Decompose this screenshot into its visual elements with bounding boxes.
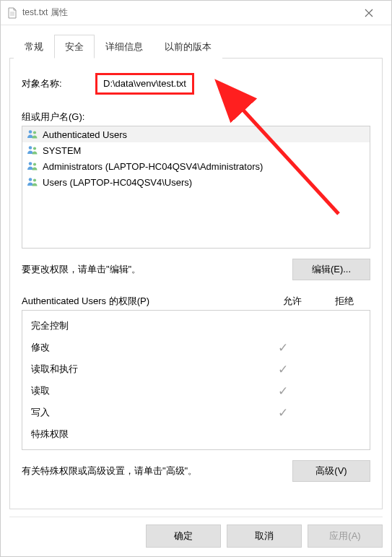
client-area: 常规 安全 详细信息 以前的版本 对象名称: D:\data\venv\test… xyxy=(1,25,391,517)
principal-icon xyxy=(27,129,40,140)
permission-name: 读取和执行 xyxy=(31,363,257,376)
object-name-value: D:\data\venv\test.txt xyxy=(95,73,194,95)
principal-item[interactable]: Users (LAPTOP-HC04QSV4\Users) xyxy=(22,174,370,190)
principal-icon xyxy=(27,176,40,188)
permission-name: 写入 xyxy=(31,406,257,419)
permission-name: 修改 xyxy=(31,341,257,354)
permissions-header-allow: 允许 xyxy=(266,295,318,308)
principals-listbox[interactable]: Authenticated UsersSYSTEMAdministrators … xyxy=(22,126,370,249)
cancel-button[interactable]: 取消 xyxy=(227,524,302,548)
tab-general[interactable]: 常规 xyxy=(14,35,54,59)
permission-name: 读取 xyxy=(31,384,257,397)
window-title: test.txt 属性 xyxy=(22,7,68,19)
permission-row: 特殊权限 xyxy=(22,423,370,445)
permission-row: 完全控制 xyxy=(22,315,370,337)
titlebar: test.txt 属性 xyxy=(1,1,391,25)
principal-item[interactable]: Administrators (LAPTOP-HC04QSV4\Administ… xyxy=(22,158,370,174)
tab-security[interactable]: 安全 xyxy=(54,35,95,59)
permissions-table: 完全控制修改✓读取和执行✓读取✓写入✓特殊权限 xyxy=(22,310,370,450)
permission-row: 修改✓ xyxy=(22,337,370,358)
svg-point-6 xyxy=(33,147,36,150)
permissions-header: Authenticated Users 的权限(P) 允许 拒绝 xyxy=(22,295,370,308)
permission-allow: ✓ xyxy=(257,363,309,376)
advanced-hint-row: 有关特殊权限或高级设置，请单击"高级"。 高级(V) xyxy=(22,460,370,482)
object-name-row: 对象名称: D:\data\venv\test.txt xyxy=(22,73,370,95)
svg-point-4 xyxy=(33,131,36,134)
edit-permissions-button[interactable]: 编辑(E)... xyxy=(292,259,370,280)
groups-label: 组或用户名(G): xyxy=(22,111,370,124)
tab-previous-versions[interactable]: 以前的版本 xyxy=(154,35,222,59)
principal-name: Authenticated Users xyxy=(43,129,127,140)
ok-button[interactable]: 确定 xyxy=(146,524,221,548)
dialog-buttons: 确定 取消 应用(A) xyxy=(1,517,391,556)
permissions-header-lead: Authenticated Users 的权限(P) xyxy=(22,295,266,308)
permission-allow: ✓ xyxy=(257,407,309,419)
permission-name: 特殊权限 xyxy=(31,428,257,441)
principal-item[interactable]: SYSTEM xyxy=(22,142,370,158)
object-name-label: 对象名称: xyxy=(22,77,95,90)
tabs-row: 常规 安全 详细信息 以前的版本 xyxy=(9,34,383,58)
principal-name: Users (LAPTOP-HC04QSV4\Users) xyxy=(43,177,192,188)
svg-point-10 xyxy=(33,178,36,181)
edit-hint-text: 要更改权限，请单击"编辑"。 xyxy=(22,263,141,276)
permission-allow: ✓ xyxy=(257,342,309,354)
permission-row: 读取✓ xyxy=(22,380,370,402)
principal-item[interactable]: Authenticated Users xyxy=(22,126,370,142)
svg-point-9 xyxy=(29,178,32,181)
principal-name: SYSTEM xyxy=(43,145,81,156)
permissions-header-deny: 拒绝 xyxy=(318,295,370,308)
close-button[interactable] xyxy=(352,1,386,25)
permission-name: 完全控制 xyxy=(31,319,257,332)
principal-icon xyxy=(27,160,40,172)
permission-row: 写入✓ xyxy=(22,402,370,423)
security-tab-panel: 对象名称: D:\data\venv\test.txt 组或用户名(G): Au… xyxy=(9,58,383,509)
permission-row: 读取和执行✓ xyxy=(22,358,370,380)
permission-allow: ✓ xyxy=(257,385,309,397)
advanced-hint-text: 有关特殊权限或高级设置，请单击"高级"。 xyxy=(22,465,292,478)
advanced-button[interactable]: 高级(V) xyxy=(292,460,370,482)
edit-hint-row: 要更改权限，请单击"编辑"。 编辑(E)... xyxy=(22,259,370,280)
properties-window: test.txt 属性 常规 安全 详细信息 以前的版本 对象名称: D:\da… xyxy=(0,0,392,557)
svg-point-5 xyxy=(29,146,32,150)
document-icon xyxy=(6,7,18,19)
svg-point-7 xyxy=(29,162,32,165)
tab-host: 常规 安全 详细信息 以前的版本 对象名称: D:\data\venv\test… xyxy=(9,34,383,509)
svg-point-3 xyxy=(29,130,32,134)
apply-button[interactable]: 应用(A) xyxy=(308,524,383,548)
principal-icon xyxy=(27,144,40,156)
svg-point-8 xyxy=(33,163,36,165)
principal-name: Administrators (LAPTOP-HC04QSV4\Administ… xyxy=(43,161,263,172)
tab-details[interactable]: 详细信息 xyxy=(95,35,154,59)
